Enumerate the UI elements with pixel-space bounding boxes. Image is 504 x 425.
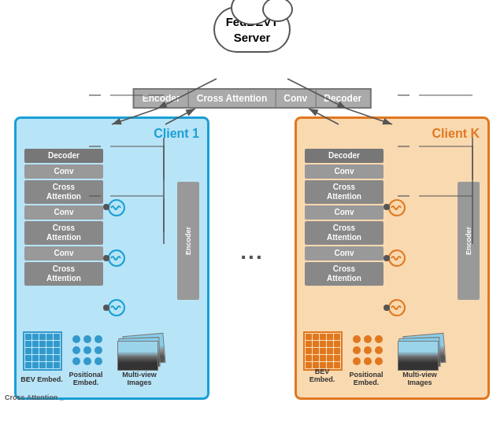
- clientk-cross1: CrossAttention: [305, 180, 384, 204]
- client1-encoder: Encoder: [177, 182, 199, 300]
- client1-img-label: Multi-viewImages: [114, 371, 165, 386]
- svg-point-5: [94, 335, 102, 343]
- client1-decoder: Decoder: [24, 149, 103, 163]
- clientk-multiview-img: [398, 334, 445, 371]
- clientk-wave1: [388, 199, 406, 220]
- svg-point-15: [353, 335, 361, 343]
- server-cloud: FedBEVT Server: [181, 6, 323, 53]
- client1-bev-label: BEV Embed.: [20, 375, 64, 383]
- client1-conv3: Conv: [24, 246, 103, 261]
- svg-point-21: [353, 357, 361, 365]
- svg-point-22: [364, 357, 372, 365]
- clientk-dot2: [384, 255, 390, 261]
- svg-point-20: [375, 346, 383, 354]
- clientk-wave2: [388, 249, 406, 270]
- client1-cross2: CrossAttention: [24, 221, 103, 245]
- clientk-dot1: [384, 204, 390, 210]
- clientk-cross2: CrossAttention: [305, 221, 384, 245]
- server-label: FedBEVT Server: [213, 6, 291, 53]
- clientk-pos-embed: [350, 333, 385, 371]
- clientk-conv2: Conv: [305, 205, 384, 220]
- svg-point-4: [83, 335, 91, 343]
- clientk-decoder: Decoder: [305, 149, 384, 163]
- svg-point-19: [364, 346, 372, 354]
- clientk-pos-label: PositionalEmbed.: [344, 371, 388, 386]
- client1-multiview-img: [117, 334, 165, 371]
- svg-point-7: [83, 346, 91, 354]
- client1-wave3: [108, 299, 125, 320]
- svg-point-8: [94, 346, 102, 354]
- svg-point-23: [375, 357, 383, 365]
- svg-point-18: [353, 346, 361, 354]
- clientk-bev-grid: [303, 331, 343, 371]
- client1-dot1: [103, 204, 109, 210]
- svg-point-10: [83, 357, 91, 365]
- svg-point-3: [72, 335, 80, 343]
- client1-pos-embed: [70, 333, 105, 371]
- client1-conv2: Conv: [24, 205, 103, 220]
- client1-wave2: [108, 249, 125, 270]
- clientk-encoder: Encoder: [458, 182, 480, 300]
- header-decoder: Decoder: [316, 90, 369, 107]
- svg-point-11: [94, 357, 102, 365]
- svg-point-16: [364, 335, 372, 343]
- client1-bev-grid: [23, 331, 62, 371]
- clientk-title: Client K: [305, 127, 480, 141]
- cross-attention-legend: Cross Attention _: [5, 394, 64, 401]
- svg-point-9: [72, 357, 80, 365]
- client1-wave1: [108, 199, 125, 220]
- clientk-img-label: Multi-viewImages: [395, 371, 445, 386]
- header-conv: Conv: [276, 90, 316, 107]
- clientk-wave3: [388, 299, 406, 320]
- client1-pos-label: PositionalEmbed.: [64, 371, 108, 386]
- client1-dot3: [103, 305, 109, 311]
- middle-dots: ...: [240, 239, 263, 264]
- client1-dot2: [103, 255, 109, 261]
- header-cross-attention: Cross Attention: [189, 90, 276, 107]
- clientk-conv1: Conv: [305, 164, 384, 179]
- clientk-cross3: CrossAttention: [305, 262, 384, 286]
- client1-conv1: Conv: [24, 164, 103, 179]
- header-encoder: Encoder: [135, 90, 189, 107]
- client1-title: Client 1: [24, 127, 199, 141]
- client1-box: Client 1 Decoder Conv CrossAttention Con…: [14, 116, 209, 400]
- clientk-bev-label: BEVEmbed.: [300, 368, 344, 383]
- client1-cross1: CrossAttention: [24, 180, 103, 204]
- svg-point-17: [375, 335, 383, 343]
- clientk-dot3: [384, 305, 390, 311]
- svg-point-6: [72, 346, 80, 354]
- header-bar: Encoder Cross Attention Conv Decoder: [133, 88, 372, 109]
- client1-cross3: CrossAttention: [24, 262, 103, 286]
- clientk-box: Client K Decoder Conv CrossAttention Con…: [295, 116, 490, 400]
- clientk-conv3: Conv: [305, 246, 384, 261]
